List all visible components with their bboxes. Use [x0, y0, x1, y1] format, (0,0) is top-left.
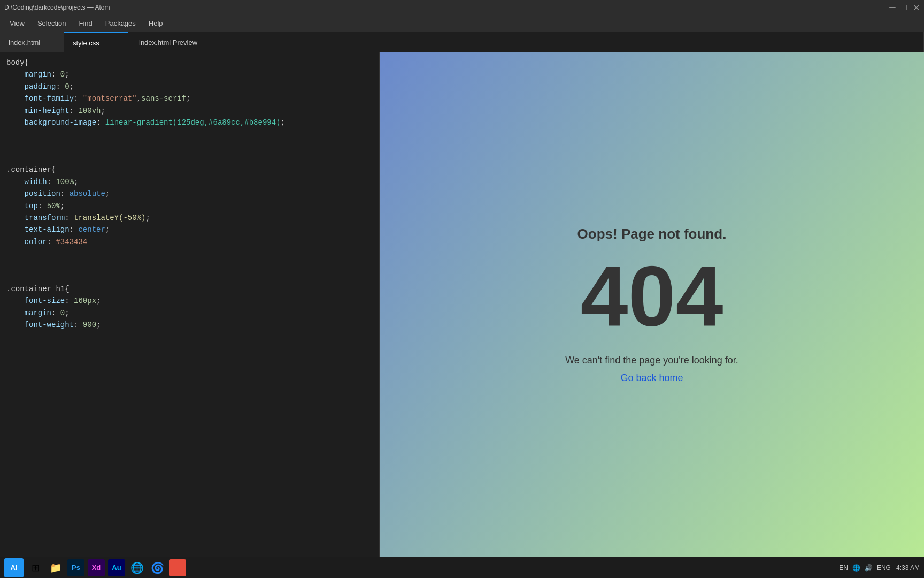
window-controls: ─ □ ✕: [889, 4, 920, 11]
taskbar-edge-icon[interactable]: 🌀: [149, 559, 166, 576]
code-line-5: min-height: 100vh;: [6, 105, 379, 117]
code-line-7: [6, 128, 379, 140]
code-line-19: [6, 271, 379, 283]
taskbar-ps-icon[interactable]: Ps: [67, 559, 84, 576]
preview-subtitle: We can't find the page you're looking fo…: [565, 355, 738, 366]
taskbar-app-icon[interactable]: [169, 559, 186, 576]
preview-404-code: 404: [565, 253, 738, 339]
menu-find[interactable]: Find: [73, 17, 97, 29]
code-line-17: [6, 248, 379, 260]
preview-go-home-link[interactable]: Go back home: [620, 372, 683, 383]
code-line-11: width: 100%;: [6, 176, 379, 188]
ai-badge[interactable]: Ai: [4, 558, 24, 577]
window-title: D:\Coding\darkcode\projects — Atom: [4, 4, 110, 11]
title-bar: D:\Coding\darkcode\projects — Atom ─ □ ✕: [0, 0, 924, 15]
preview-content: Oops! Page not found. 404 We can't find …: [565, 226, 738, 384]
code-line-1: body{: [6, 57, 379, 69]
code-line-16: color: #343434: [6, 236, 379, 248]
input-mode: ENG: [877, 564, 891, 572]
code-line-9: [6, 152, 379, 164]
menu-help[interactable]: Help: [143, 17, 168, 29]
close-button[interactable]: ✕: [912, 4, 920, 11]
taskbar-start-icon[interactable]: ⊞: [27, 559, 44, 576]
code-line-8: [6, 140, 379, 152]
taskbar-chrome-icon[interactable]: 🌐: [128, 559, 145, 576]
menu-packages[interactable]: Packages: [100, 17, 141, 29]
code-line-13: top: 50%;: [6, 200, 379, 212]
code-line-18: [6, 260, 379, 271]
network-icon: 🌐: [852, 564, 860, 572]
volume-icon: 🔊: [865, 564, 873, 572]
code-line-21: font-size: 160px;: [6, 295, 379, 307]
code-line-14: transform: translateY(-50%);: [6, 212, 379, 224]
tab-index-html-label: index.html: [9, 39, 40, 47]
tab-style-css[interactable]: style.css: [64, 32, 128, 52]
code-line-10: .container{: [6, 164, 379, 176]
tab-index-html[interactable]: index.html: [0, 32, 64, 52]
maximize-button[interactable]: □: [900, 4, 908, 11]
tabs-bar: index.html style.css index.html Preview: [0, 32, 924, 52]
menu-bar: View Selection Find Packages Help: [0, 15, 924, 32]
code-line-23: font-weight: 900;: [6, 319, 379, 331]
taskbar-left: Ai ⊞ 📁 Ps Xd Au 🌐 🌀: [4, 558, 186, 577]
code-line-2: margin: 0;: [6, 69, 379, 80]
taskbar: Ai ⊞ 📁 Ps Xd Au 🌐 🌀 EN 🌐 🔊 ENG 4:33 AM: [0, 557, 924, 578]
main-content: body{ margin: 0; padding: 0; font-family…: [0, 52, 924, 557]
preview-pane: Oops! Page not found. 404 We can't find …: [380, 52, 924, 557]
code-line-6: background-image: linear-gradient(125deg…: [6, 117, 379, 128]
minimize-button[interactable]: ─: [889, 4, 896, 11]
taskbar-folder-icon[interactable]: 📁: [47, 559, 64, 576]
preview-title: Oops! Page not found.: [565, 226, 738, 242]
tab-style-css-label: style.css: [73, 39, 99, 47]
language-indicator: EN: [839, 564, 848, 572]
clock-time: 4:33 AM: [896, 564, 920, 572]
sys-tray: EN 🌐 🔊 ENG: [839, 564, 891, 572]
code-line-12: position: absolute;: [6, 188, 379, 200]
code-line-22: margin: 0;: [6, 307, 379, 319]
tab-preview[interactable]: index.html Preview: [128, 32, 924, 52]
taskbar-xd-icon[interactable]: Xd: [88, 559, 105, 576]
menu-view[interactable]: View: [4, 17, 30, 29]
code-line-3: padding: 0;: [6, 81, 379, 93]
code-line-4: font-family: "montserrat",sans-serif;: [6, 93, 379, 104]
taskbar-time: 4:33 AM: [896, 564, 920, 572]
taskbar-right: EN 🌐 🔊 ENG 4:33 AM: [839, 564, 920, 572]
code-line-15: text-align: center;: [6, 224, 379, 235]
code-editor[interactable]: body{ margin: 0; padding: 0; font-family…: [0, 52, 380, 557]
menu-selection[interactable]: Selection: [32, 17, 71, 29]
tab-preview-label: index.html Preview: [139, 39, 197, 47]
taskbar-au-icon[interactable]: Au: [108, 559, 125, 576]
code-line-20: .container h1{: [6, 283, 379, 295]
